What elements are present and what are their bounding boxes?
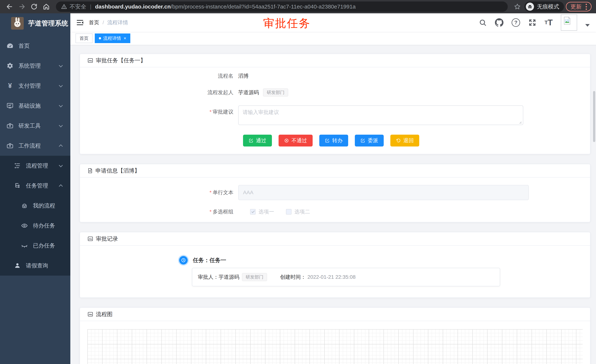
card-title: 流程图	[96, 311, 112, 318]
sidebar-fold-icon[interactable]	[76, 19, 84, 27]
card-header: 申请信息【滔博】	[80, 164, 590, 178]
chevron-down-icon	[59, 103, 63, 107]
incognito-badge: 无痕模式	[524, 1, 564, 12]
sidebar-item-workflow[interactable]: 工作流程	[0, 136, 70, 156]
process-name-value: 滔博	[238, 73, 249, 80]
page-content: 审批任务【任务一】 流程名 滔博 流程发起人 芋道源码 研发部门 *审批建议	[70, 45, 596, 364]
checkbox-checked-icon	[250, 209, 256, 215]
timeline-clock-node	[179, 256, 188, 264]
required-asterisk: *	[209, 209, 212, 215]
incognito-label: 无痕模式	[537, 3, 559, 11]
sidebar-item-infra[interactable]: 基础设施	[0, 96, 70, 116]
help-icon[interactable]: ?	[512, 18, 520, 27]
sidebar-item-home[interactable]: 首页	[0, 36, 70, 56]
avatar[interactable]	[561, 15, 577, 31]
resize-grip-icon[interactable]	[518, 121, 522, 124]
delegate-button[interactable]: 委派	[355, 135, 384, 146]
edit-icon	[325, 138, 330, 143]
fullscreen-icon[interactable]	[528, 19, 536, 27]
sidebar-item-process-mgmt[interactable]: 流程管理	[0, 156, 70, 176]
card-title: 审批任务【任务一】	[96, 57, 146, 64]
card-body: 任务：任务一 审批人： 芋道源码 研发部门 创建时间： 2022-01-21 2…	[80, 246, 590, 298]
browser-update-button[interactable]: 更新	[566, 2, 592, 11]
tab-label: 首页	[80, 35, 89, 41]
form-row-opinion: *审批建议	[80, 105, 590, 126]
eye-open-icon	[20, 222, 29, 229]
app-logo-row[interactable]: 芋道管理系统	[0, 13, 70, 33]
department-tag: 研发部门	[263, 88, 288, 96]
sidebar-item-devtools[interactable]: 研发工具	[0, 116, 70, 136]
red-annotation-text: 审批任务	[263, 16, 311, 31]
bpmn-diagram-canvas[interactable]	[87, 329, 583, 364]
required-asterisk: *	[209, 109, 212, 115]
url-path: /bpm/process-instance/detail?id=54aa251f…	[171, 4, 356, 10]
breadcrumb-home[interactable]: 首页	[89, 19, 99, 26]
gear-icon	[6, 62, 14, 69]
sidebar-item-label: 系统管理	[19, 62, 41, 70]
sidebar-item-label: 任务管理	[26, 182, 48, 189]
sidebar-item-task-mgmt[interactable]: 任务管理	[0, 176, 70, 196]
address-bar[interactable]: 不安全 | dashboard.yudao.iocoder.cn/bpm/pro…	[56, 1, 508, 12]
sidebar-item-leave-query[interactable]: 请假查询	[0, 256, 70, 276]
transfer-button[interactable]: 转办	[319, 135, 348, 146]
card-title: 审批记录	[96, 235, 118, 243]
tab-process-detail[interactable]: 流程详情 ×	[95, 34, 130, 43]
sidebar-item-system[interactable]: 系统管理	[0, 56, 70, 76]
breadcrumb: 首页 / 流程详情	[89, 19, 128, 26]
single-line-text-input[interactable]	[238, 185, 529, 200]
eye-closed-icon	[20, 242, 29, 249]
form-row-single-text: *单行文本	[80, 185, 590, 200]
github-icon[interactable]	[495, 18, 503, 27]
field-label: *多选框组	[80, 208, 238, 215]
chevron-up-icon	[59, 144, 63, 148]
card-title: 申请信息【滔博】	[96, 167, 140, 175]
browser-forward-icon[interactable]	[17, 1, 27, 12]
return-button[interactable]: 退回	[390, 135, 419, 146]
sidebar-item-label: 支付管理	[19, 82, 41, 90]
field-label: 流程发起人	[80, 89, 238, 96]
form-row-process-name: 流程名 滔博	[80, 73, 590, 80]
browser-toolbar: 不安全 | dashboard.yudao.iocoder.cn/bpm/pro…	[0, 0, 596, 13]
browser-home-icon[interactable]	[41, 1, 52, 12]
tab-close-icon[interactable]: ×	[124, 36, 126, 41]
url-text: dashboard.yudao.iocoder.cn/bpm/process-i…	[95, 4, 356, 10]
url-host: dashboard.yudao.iocoder.cn	[95, 4, 171, 10]
card-header: 审批记录	[80, 232, 590, 246]
browser-reload-icon[interactable]	[29, 1, 39, 12]
sidebar-item-done-tasks[interactable]: 已办任务	[0, 236, 70, 256]
checkbox-option-2[interactable]: 选项二	[286, 208, 310, 215]
undo-icon	[396, 138, 401, 143]
sidebar-item-payment[interactable]: ¥ 支付管理	[0, 76, 70, 96]
sidebar-item-label: 基础设施	[19, 102, 41, 110]
sidebar-item-my-process[interactable]: 我的流程	[0, 196, 70, 216]
action-buttons-row: 通过 不通过 转办 委派	[243, 135, 590, 146]
font-size-icon[interactable]: TT	[544, 19, 553, 27]
avatar-dropdown-caret[interactable]	[585, 24, 590, 27]
checkbox-option-1[interactable]: 选项一	[250, 208, 274, 215]
reject-button[interactable]: 不通过	[279, 135, 313, 146]
sidebar-item-label: 我的流程	[33, 202, 55, 210]
top-navbar: 首页 / 流程详情 审批任务 ? TT	[70, 13, 596, 32]
yen-icon: ¥	[6, 82, 14, 89]
approve-task-card: 审批任务【任务一】 流程名 滔博 流程发起人 芋道源码 研发部门 *审批建议	[80, 54, 590, 154]
not-secure-warning-icon	[61, 4, 67, 10]
chevron-down-icon	[59, 123, 63, 127]
picture-icon	[87, 311, 93, 317]
opinion-textarea[interactable]	[238, 105, 523, 125]
approve-button[interactable]: 通过	[243, 135, 272, 146]
created-time: 2022-01-21 22:35:08	[307, 274, 356, 280]
browser-menu-icon[interactable]	[586, 4, 587, 10]
tab-home[interactable]: 首页	[75, 34, 93, 43]
bookmark-star-icon[interactable]	[512, 1, 522, 12]
sidebar-menu: 首页 系统管理 ¥ 支付管理 基础设施	[0, 33, 70, 276]
page-scrollbar-thumb[interactable]	[593, 91, 595, 142]
monitor-icon	[6, 102, 14, 109]
user-icon	[13, 262, 22, 269]
sidebar-item-todo-tasks[interactable]: 待办任务	[0, 216, 70, 236]
chevron-up-icon	[59, 184, 63, 188]
field-label: 流程名	[80, 73, 238, 80]
checkbox-unchecked-icon	[286, 209, 291, 215]
app-title: 芋道管理系统	[28, 19, 68, 28]
browser-back-icon[interactable]	[4, 1, 15, 12]
search-icon[interactable]	[479, 19, 487, 27]
